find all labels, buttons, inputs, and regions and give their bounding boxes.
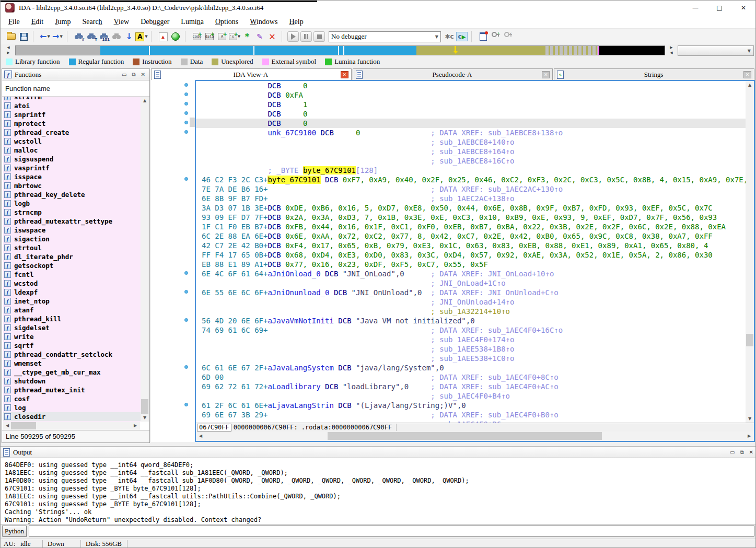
disasm-line[interactable]: 6D 00 ; DATA XREF: sub_1AEC4F0+8C↑o: [196, 372, 746, 382]
disasm-line[interactable]: DCB 0xFA: [196, 90, 746, 100]
disasm-line[interactable]: 56 4D 20 6E 6F+aJavaVmNotIniti DCB "Java…: [196, 316, 746, 325]
disasm-line[interactable]: ; sub_1AEC4F0+B4↑o: [196, 391, 746, 401]
output-panel-titlebar[interactable]: Output ▭ ⧉ ✕: [1, 446, 755, 458]
function-item[interactable]: fisspace: [3, 172, 141, 181]
disasm-line[interactable]: FF F4 17 65 0B+DCB 0x68, 0xD4, 0xE3, 0xD…: [196, 250, 746, 260]
function-item[interactable]: fstrncmp: [3, 208, 141, 217]
scrollbar-thumb[interactable]: [328, 432, 602, 440]
function-item[interactable]: fsnprintf: [3, 110, 141, 119]
disasm-line[interactable]: ; sub_1AEBCE8+140↑o: [196, 137, 746, 147]
breakpoint-list-icon[interactable]: [477, 30, 490, 43]
disasm-line[interactable]: ; sub_1AEC4F0+174↑o: [196, 335, 746, 344]
menu-item-jump[interactable]: Jump: [49, 16, 76, 28]
function-item[interactable]: fshutdown: [3, 377, 141, 386]
navigation-band[interactable]: [15, 45, 665, 55]
function-item[interactable]: fmalloc: [3, 146, 141, 155]
function-item[interactable]: f__ctype_get_mb_cur_max: [3, 368, 141, 377]
search-binary-icon[interactable]: 101: [98, 30, 110, 43]
function-item[interactable]: fsqrtf: [3, 341, 141, 350]
panel-maximize-icon[interactable]: ▭: [730, 449, 735, 456]
disassembly-listing[interactable]: DCB 0 DCB 0xFA DCB 1 DCB 0 DCB 0 unk_67C…: [196, 81, 746, 423]
function-item[interactable]: fvasprintf: [3, 164, 141, 172]
scroll-down-icon[interactable]: ▼: [746, 415, 754, 423]
make-ascii-icon[interactable]: A+: [216, 30, 228, 43]
edit-icon[interactable]: ✎: [253, 30, 266, 43]
output-log[interactable]: 864DEF0: using guessed type __int64 qwor…: [1, 458, 755, 524]
function-item[interactable]: fatoi: [3, 101, 141, 110]
functions-vertical-scrollbar[interactable]: ▲ ▼: [141, 97, 149, 422]
menu-item-debugger[interactable]: Debugger: [135, 16, 175, 28]
disasm-line[interactable]: 6C 2E 88 EA 6E+DCB 0x6E, 0xAA, 0x72, 0xC…: [196, 231, 746, 241]
lumina-sphere-icon[interactable]: [169, 30, 182, 43]
scroll-left-icon[interactable]: ◀: [197, 432, 204, 440]
ascii-strings-icon[interactable]: A▼: [135, 30, 148, 43]
function-item[interactable]: fwmemset: [3, 359, 141, 368]
function-item[interactable]: fwcstod: [3, 279, 141, 288]
scroll-up-icon[interactable]: ▲: [746, 81, 754, 89]
function-item[interactable]: fgetsockopt: [3, 261, 141, 270]
disasm-line[interactable]: 3A D3 07 1B 3E+DCB 0xDE, 0xB6, 0x16, 5, …: [196, 203, 746, 213]
menu-item-edit[interactable]: Edit: [26, 16, 49, 28]
menu-item-options[interactable]: Options: [210, 16, 244, 28]
disasm-line[interactable]: ; sub_1AEE538+1C0↑o: [196, 354, 746, 363]
function-item[interactable]: fpthread_mutex_init: [3, 386, 141, 394]
menu-item-view[interactable]: View: [108, 16, 135, 28]
make-code-icon[interactable]: code+: [191, 30, 203, 43]
remove-key-icon[interactable]: ×: [502, 30, 515, 43]
scrollbar-thumb[interactable]: [11, 422, 36, 429]
disasm-line[interactable]: 6E 55 6E 6C 6F+aJniOnunload_0 DCB "JNI_O…: [196, 288, 746, 297]
function-item[interactable]: fwcstoll: [3, 137, 141, 146]
disasm-line[interactable]: 69 6E 67 3B 29+ ; DATA XREF: sub_1AEC4F0…: [196, 410, 746, 419]
scroll-down-icon[interactable]: ▼: [141, 414, 149, 422]
debug-stop-icon[interactable]: [313, 31, 325, 42]
navigate-forward-icon[interactable]: →▼: [51, 30, 64, 43]
disasm-line[interactable]: ; JNI_OnUnload+14↑o: [196, 297, 746, 307]
scroll-right-icon[interactable]: ▶: [132, 422, 139, 430]
search-text-icon[interactable]: T: [85, 30, 98, 43]
menu-item-windows[interactable]: Windows: [244, 16, 283, 28]
disasm-line[interactable]: ; sub_1AEE538+1B8↑o: [196, 344, 746, 354]
disasm-line[interactable]: unk_67C9100 DCB 0 ; DATA XREF: sub_1AEBC…: [196, 128, 746, 137]
disasm-line[interactable]: 61 2F 6C 61 6E+aLjavaLangStrin DCB "(Lja…: [196, 401, 746, 410]
navigate-back-icon[interactable]: ←▼: [39, 30, 51, 43]
panel-float-icon[interactable]: ⧉: [132, 72, 135, 78]
undefine-icon[interactable]: ✕: [266, 30, 278, 43]
function-item[interactable]: fpthread_kill: [3, 314, 141, 323]
debug-start-icon[interactable]: [287, 31, 299, 42]
attach-process-icon[interactable]: ✱c: [443, 30, 456, 43]
tab-close-icon[interactable]: ✕: [542, 71, 550, 78]
disasm-line[interactable]: DCB 0: [196, 119, 746, 128]
function-item[interactable]: flogb: [3, 199, 141, 208]
function-item[interactable]: fpthread_condattr_setclock: [3, 350, 141, 359]
function-item[interactable]: fsigsuspend: [3, 155, 141, 164]
function-item[interactable]: fmbrtowc: [3, 181, 141, 190]
scrollbar-thumb[interactable]: [141, 399, 148, 414]
python-cli-button[interactable]: Python: [2, 526, 27, 537]
tab-ida-view-a[interactable]: IDA View-A✕: [151, 68, 352, 80]
disasm-line[interactable]: 6E 8B 9F B7 FD+ ; sub_1AEC2AC+138↑o: [196, 194, 746, 203]
debug-pause-icon[interactable]: [300, 31, 312, 42]
search-address-icon[interactable]: #: [73, 30, 85, 43]
disassembly-vertical-scrollbar[interactable]: ▲ ▼: [746, 81, 754, 423]
jump-down-icon[interactable]: ↓: [123, 30, 135, 43]
menu-item-lumina[interactable]: Lumina: [175, 16, 210, 28]
save-icon[interactable]: [17, 30, 30, 43]
add-key-icon[interactable]: +: [490, 30, 502, 43]
function-item[interactable]: fpthread_key_delete: [3, 190, 141, 199]
problem-list-icon[interactable]: ▲: [157, 30, 169, 43]
function-item[interactable]: fdl_iterate_phdr: [3, 252, 141, 261]
function-item[interactable]: fstrtoul: [3, 243, 141, 252]
open-file-icon[interactable]: [5, 30, 17, 43]
close-button[interactable]: ✕: [731, 1, 755, 15]
functions-panel-titlebar[interactable]: f Functions ▭ ⧉ ✕: [2, 69, 149, 80]
disasm-line[interactable]: 93 09 EF D7 7F+DCB 0x2A, 0x3A, 0xD3, 7, …: [196, 213, 746, 222]
tab-strings[interactable]: Strings✕: [554, 68, 754, 80]
navband-left-arrows[interactable]: ◀▶: [5, 45, 12, 55]
maximize-button[interactable]: □: [707, 1, 731, 15]
menu-item-help[interactable]: Help: [283, 16, 309, 28]
make-array-icon[interactable]: *: [241, 30, 253, 43]
tab-close-icon[interactable]: ✕: [341, 71, 348, 78]
continue-process-icon[interactable]: c▶: [456, 30, 468, 43]
function-item[interactable]: fpthread_create: [3, 128, 141, 137]
disasm-line[interactable]: 69 62 72 61 72+aLoadlibrary DCB "loadLib…: [196, 382, 746, 391]
